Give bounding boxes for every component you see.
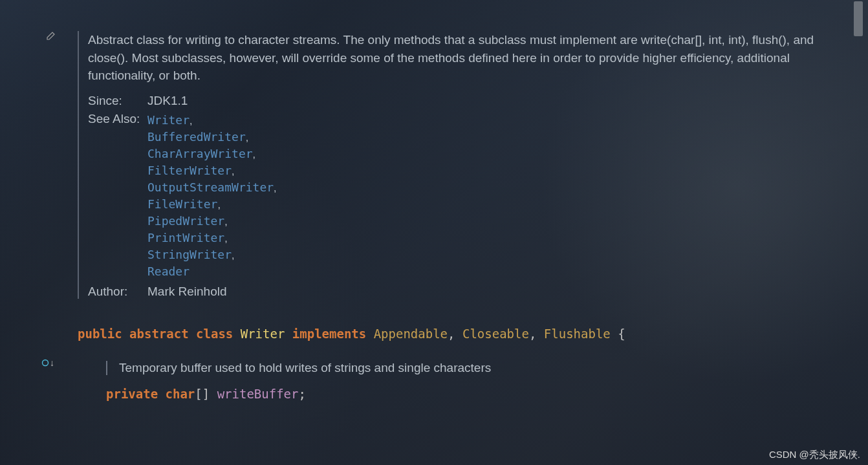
see-also-link[interactable]: FileWriter [147,197,217,211]
since-value: JDK1.1 [147,94,188,108]
vertical-scrollbar[interactable] [854,1,863,36]
svg-point-0 [43,360,49,366]
since-label: Since: [88,94,147,108]
see-also-link[interactable]: StringWriter [147,248,232,261]
edit-icon[interactable] [47,31,56,40]
author-value: Mark Reinhold [147,285,227,299]
field-declaration: private char[] writeBuffer; [106,387,842,401]
since-row: Since: JDK1.1 [88,94,842,108]
author-row: Author: Mark Reinhold [88,285,842,299]
see-also-link[interactable]: CharArrayWriter [147,147,253,160]
see-also-link[interactable]: PipedWriter [147,214,224,228]
see-also-link[interactable]: OutputStreamWriter [147,180,274,194]
watermark-text: CSDN @秃头披风侠. [769,449,860,461]
reader-mode-icon[interactable]: ↓ [41,358,54,368]
see-also-link[interactable]: Reader [147,265,190,278]
author-label: Author: [88,285,147,299]
field-doc-text: Temporary buffer used to hold writes of … [119,361,842,375]
see-also-link[interactable]: PrintWriter [147,231,224,244]
see-also-link[interactable]: BufferedWriter [147,130,246,144]
see-also-row: See Also: Writer, BufferedWriter, CharAr… [88,112,842,281]
see-also-link[interactable]: Writer [147,113,190,127]
field-doc-block: Temporary buffer used to hold writes of … [106,361,842,375]
javadoc-block: Abstract class for writing to character … [78,31,842,299]
class-description: Abstract class for writing to character … [88,31,842,85]
see-also-link[interactable]: FilterWriter [147,164,232,177]
see-also-label: See Also: [88,112,147,126]
class-declaration: public abstract class Writer implements … [78,325,842,343]
